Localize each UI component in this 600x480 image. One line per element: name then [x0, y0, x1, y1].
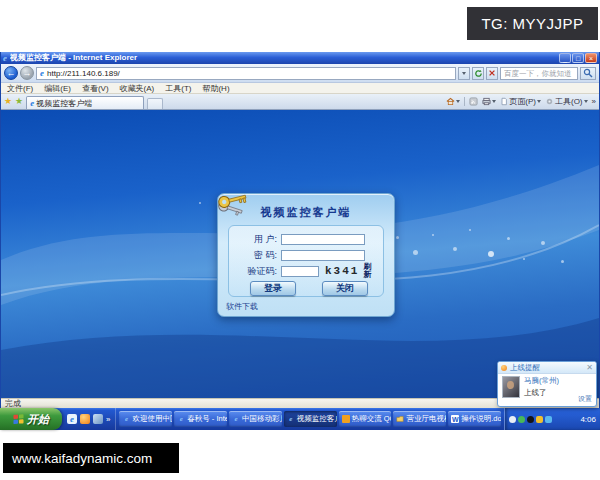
rss-button[interactable] [469, 97, 478, 106]
quicklaunch-ie-icon[interactable]: e [67, 414, 77, 424]
login-buttons-row: 登录 关闭 [241, 281, 377, 296]
captcha-input[interactable] [281, 266, 319, 277]
qq-alert-icon [501, 365, 507, 371]
menu-edit[interactable]: 编辑(E) [44, 83, 71, 94]
task-label: 操作说明.doc ... [461, 414, 501, 424]
qq-settings-link[interactable]: 设置 [578, 394, 592, 404]
favorites-star-icon[interactable]: ★ [4, 97, 12, 106]
menu-help[interactable]: 帮助(H) [202, 83, 229, 94]
task-label: 视频监控客户... [297, 414, 337, 424]
menu-view[interactable]: 查看(V) [82, 83, 109, 94]
task-label: 中国移动彩片 [242, 414, 282, 424]
login-button[interactable]: 登录 [250, 281, 296, 296]
username-input[interactable] [281, 234, 365, 245]
quicklaunch-show-desktop-icon[interactable] [93, 414, 103, 424]
tray-shield-icon[interactable] [536, 416, 543, 423]
login-form: 用 户: 密 码: 验证码: k341 刷新 [228, 225, 384, 297]
back-button[interactable]: ← [4, 66, 18, 80]
ie-favicon: e [40, 69, 44, 78]
ie-task-icon: e [232, 415, 240, 423]
task-doc-instructions[interactable]: W 操作说明.doc ... [448, 411, 501, 427]
menu-bar: 文件(F) 编辑(E) 查看(V) 收藏夹(A) 工具(T) 帮助(H) [1, 83, 599, 94]
contact-status-message: 上线了 [524, 388, 559, 398]
page-icon [500, 97, 508, 106]
task-folder-tv[interactable]: 营业厅电视机播放 [393, 411, 446, 427]
task-chat-qq[interactable]: 热聊交流 QQ96 [339, 411, 392, 427]
start-button[interactable]: 开始 [0, 408, 62, 430]
divider [464, 97, 465, 106]
home-button[interactable] [446, 97, 460, 106]
password-row: 密 码: [241, 249, 377, 261]
window-controls: _ □ × [559, 53, 597, 63]
task-label: 欢迎使用中国... [132, 414, 172, 424]
tools-menu-button[interactable]: 工具(O) [545, 96, 588, 107]
add-favorite-icon[interactable]: ★ [15, 97, 23, 106]
captcha-refresh-button[interactable]: 刷新 [363, 263, 377, 279]
screenshot-area: e 视频监控客户端 - Internet Explorer _ □ × ← → … [0, 52, 600, 430]
software-download-link[interactable]: 软件下载 [226, 301, 258, 312]
watermark-top: TG: MYYJJPP [467, 7, 598, 40]
address-bar-row: ← → e http://211.140.6.189/ [1, 64, 599, 83]
login-panel: 视频监控客户端 用 户: 密 码: 验证码: [217, 193, 395, 317]
contact-name[interactable]: 马腾(常州) [524, 376, 559, 386]
tray-volume-icon[interactable] [509, 416, 516, 423]
password-input[interactable] [281, 250, 365, 261]
tray-status-icon[interactable] [518, 416, 525, 423]
search-input[interactable] [500, 67, 578, 80]
tray-network-icon[interactable] [545, 416, 552, 423]
address-field[interactable]: e http://211.140.6.189/ [36, 67, 456, 80]
tray-qq-icon[interactable] [527, 416, 534, 423]
forward-button[interactable]: → [20, 66, 34, 80]
tab-title: 视频监控客户端 [36, 98, 92, 109]
qq-popup-title: 上线提醒 [510, 363, 540, 373]
close-button[interactable]: × [585, 53, 597, 63]
stop-button[interactable] [486, 67, 498, 80]
tab-favicon: e [30, 99, 34, 108]
task-welcome-china[interactable]: e 欢迎使用中国... [119, 411, 172, 427]
tools-menu-label: 工具(O) [555, 96, 583, 107]
ie-task-icon: e [122, 415, 130, 423]
qq-notification-popup: 上线提醒 ✕ 马腾(常州) 上线了 设置 [497, 361, 597, 407]
search-button[interactable] [580, 67, 596, 80]
quick-launch: e » [62, 408, 116, 430]
new-tab-stub[interactable] [147, 98, 163, 109]
task-label: 营业厅电视机播放 [406, 414, 446, 424]
rss-icon [469, 97, 478, 106]
close-form-button[interactable]: 关闭 [322, 281, 368, 296]
menu-file[interactable]: 文件(F) [7, 83, 33, 94]
task-video-client[interactable]: e 视频监控客户... [284, 411, 337, 427]
tab-video-client[interactable]: e 视频监控客户端 [26, 96, 144, 109]
start-label: 开始 [27, 412, 49, 427]
menu-tools[interactable]: 工具(T) [165, 83, 191, 94]
taskbar: 开始 e » e 欢迎使用中国... e 春秋号 - Inte... e [0, 408, 600, 430]
maximize-button[interactable]: □ [572, 53, 584, 63]
minimize-button[interactable]: _ [559, 53, 571, 63]
page-menu-label: 页面(P) [509, 96, 536, 107]
task-chunqiu[interactable]: e 春秋号 - Inte... [174, 411, 227, 427]
system-tray: 4:06 [504, 408, 600, 430]
qq-popup-close-icon[interactable]: ✕ [586, 364, 593, 372]
word-doc-icon: W [451, 415, 459, 423]
command-bar-overflow[interactable]: » [592, 97, 596, 106]
page-content: 视频监控客户端 用 户: 密 码: 验证码: [1, 110, 599, 398]
quicklaunch-overflow-chevron[interactable]: » [106, 415, 110, 424]
menu-favorites[interactable]: 收藏夹(A) [120, 83, 155, 94]
chat-icon [342, 415, 350, 423]
keys-icon [214, 188, 256, 220]
search-icon [583, 68, 593, 78]
quicklaunch-media-icon[interactable] [80, 414, 90, 424]
captcha-row: 验证码: k341 刷新 [241, 265, 377, 277]
task-china-mobile[interactable]: e 中国移动彩片 [229, 411, 282, 427]
print-button[interactable] [482, 97, 496, 106]
contact-avatar [502, 376, 520, 398]
watermark-bottom: www.kaifadynamic.com [3, 443, 179, 473]
window-title: 视频监控客户端 - Internet Explorer [10, 52, 556, 64]
ie-task-icon: e [177, 415, 185, 423]
page-menu-button[interactable]: 页面(P) [500, 96, 541, 107]
address-dropdown-button[interactable] [458, 67, 470, 80]
tab-bar: ★ ★ e 视频监控客户端 [1, 94, 599, 110]
ie-task-icon: e [287, 415, 295, 423]
captcha-label: 验证码: [241, 265, 277, 278]
refresh-button[interactable] [472, 67, 484, 80]
status-text: 完成 [5, 400, 21, 408]
